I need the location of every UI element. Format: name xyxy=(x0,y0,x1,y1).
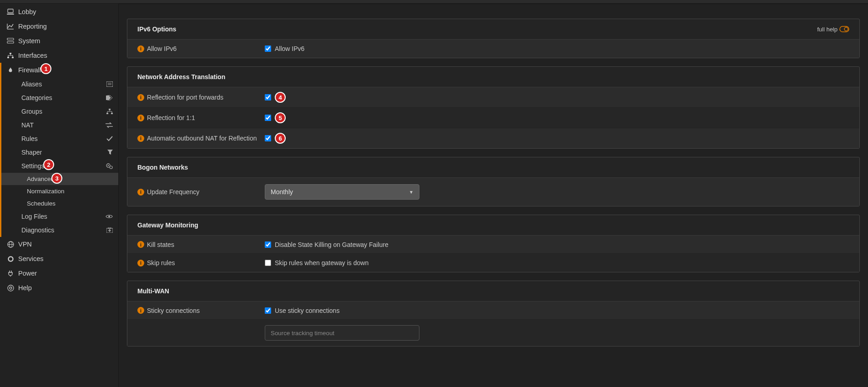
panel-bogon: Bogon Networks i Update Frequency Monthl… xyxy=(127,157,860,206)
sidebar-sub-aliases[interactable]: Aliases xyxy=(0,77,118,91)
checkbox-reflection-portfwd[interactable] xyxy=(265,94,271,101)
row-reflection-portfwd: i Reflection for port forwards 4 xyxy=(127,87,859,108)
sidebar-sub-label: Log Files xyxy=(21,213,47,220)
sidebar-item-services[interactable]: Services xyxy=(0,251,118,266)
row-allow-ipv6: i Allow IPv6 Allow IPv6 xyxy=(127,40,859,58)
panel-gateway: Gateway Monitoring i Kill states Disable… xyxy=(127,215,860,272)
sidebar-subsub-schedules[interactable]: Schedules xyxy=(0,197,118,210)
panel-title: IPv6 Options xyxy=(137,25,177,33)
info-icon[interactable]: i xyxy=(137,94,144,101)
card-icon xyxy=(106,81,113,87)
svg-point-23 xyxy=(10,258,11,260)
info-icon[interactable]: i xyxy=(137,241,144,248)
panel-title: Gateway Monitoring xyxy=(137,221,198,229)
sidebar-item-lobby[interactable]: Lobby xyxy=(0,5,118,19)
panel-title: Bogon Networks xyxy=(137,164,188,171)
sidebar-sub-label: Rules xyxy=(21,135,38,142)
sidebar-sub-label: Settings xyxy=(21,162,45,170)
svg-rect-3 xyxy=(7,41,14,43)
sitemap-icon xyxy=(5,52,15,59)
sidebar-label: VPN xyxy=(18,241,32,248)
panel-header-bogon: Bogon Networks xyxy=(127,157,859,178)
svg-rect-5 xyxy=(7,57,9,58)
input-tracking-timeout[interactable] xyxy=(265,325,419,341)
panel-header-ipv6: IPv6 Options full help xyxy=(127,19,859,40)
svg-point-27 xyxy=(844,27,848,31)
sidebar-item-interfaces[interactable]: Interfaces xyxy=(0,48,118,63)
sidebar-label: Power xyxy=(18,270,37,277)
row-label-text: Reflection for 1:1 xyxy=(147,114,195,121)
fire-icon xyxy=(5,67,15,73)
row-update-frequency: i Update Frequency Monthly ▼ xyxy=(127,178,859,206)
sidebar-label: Lobby xyxy=(18,8,36,15)
svg-point-14 xyxy=(108,165,109,166)
plug-icon xyxy=(5,270,15,276)
info-icon[interactable]: i xyxy=(137,307,144,314)
sidebar-sub-label: NAT xyxy=(21,121,34,129)
sidebar-item-system[interactable]: System xyxy=(0,34,118,48)
sidebar-sub-label: Shaper xyxy=(21,149,42,156)
row-label-text: Reflection for port forwards xyxy=(147,94,223,101)
filter-icon xyxy=(107,150,113,155)
toggle-icon xyxy=(839,26,849,32)
main-content: IPv6 Options full help i Allow IPv6 Allo… xyxy=(118,4,868,387)
sidebar-sub-nat[interactable]: NAT xyxy=(0,118,118,132)
select-update-frequency[interactable]: Monthly ▼ xyxy=(265,184,419,200)
svg-rect-10 xyxy=(109,109,111,110)
checkbox-skip-rules[interactable] xyxy=(265,260,271,266)
row-reflection-11: i Reflection for 1:1 5 xyxy=(127,108,859,128)
svg-rect-4 xyxy=(10,53,11,54)
panel-nat: Network Address Translation i Reflection… xyxy=(127,66,860,149)
sidebar-sub-rules[interactable]: Rules xyxy=(0,132,118,146)
select-value: Monthly xyxy=(271,188,293,196)
sidebar-item-reporting[interactable]: Reporting xyxy=(0,19,118,34)
checkbox-sticky[interactable] xyxy=(265,307,271,314)
sidebar-sub-label: Aliases xyxy=(21,80,42,88)
chart-icon xyxy=(5,23,15,30)
sidebar-item-vpn[interactable]: VPN xyxy=(0,237,118,251)
svg-point-24 xyxy=(8,285,14,291)
eye-icon xyxy=(106,214,113,219)
row-auto-outbound-nat: i Automatic outbound NAT for Reflection … xyxy=(127,128,859,148)
server-icon xyxy=(5,38,15,44)
exchange-icon xyxy=(106,122,113,128)
svg-rect-0 xyxy=(8,9,13,13)
checkbox-reflection-11[interactable] xyxy=(265,115,271,121)
sidebar-sub-diagnostics[interactable]: Diagnostics xyxy=(0,223,118,237)
info-icon[interactable]: i xyxy=(137,189,144,196)
checkbox-label: Skip rules when gateway is down xyxy=(275,259,368,266)
info-icon[interactable]: i xyxy=(137,260,144,266)
annotation-badge-6: 6 xyxy=(275,133,286,144)
gear-icon xyxy=(5,256,15,262)
checkbox-kill-states[interactable] xyxy=(265,241,271,248)
sidebar: Lobby Reporting System Interfaces Firewa… xyxy=(0,4,118,387)
sidebar-sub-settings[interactable]: Settings 2 xyxy=(0,159,118,173)
sidebar-sub-logfiles[interactable]: Log Files xyxy=(0,210,118,223)
sidebar-sub-label: Groups xyxy=(21,108,42,115)
sidebar-sub-categories[interactable]: Categories xyxy=(0,91,118,105)
sidebar-label: Services xyxy=(18,255,44,262)
svg-point-25 xyxy=(10,287,12,289)
sidebar-item-power[interactable]: Power xyxy=(0,266,118,281)
info-icon[interactable]: i xyxy=(137,135,144,142)
annotation-badge-4: 4 xyxy=(275,92,286,103)
info-icon[interactable]: i xyxy=(137,45,144,52)
check-icon xyxy=(106,136,113,141)
full-help-toggle[interactable]: full help xyxy=(817,26,849,33)
svg-rect-12 xyxy=(111,113,113,114)
sidebar-subsub-advanced[interactable]: Advanced 3 xyxy=(0,173,118,185)
sidebar-subsub-label: Normalization xyxy=(27,188,65,195)
row-sticky: i Sticky connections Use sticky connecti… xyxy=(127,302,859,320)
sidebar-sub-shaper[interactable]: Shaper xyxy=(0,146,118,159)
cogs-icon xyxy=(106,163,113,169)
checkbox-allow-ipv6[interactable] xyxy=(265,45,271,52)
sidebar-item-help[interactable]: Help xyxy=(0,281,118,295)
info-icon[interactable]: i xyxy=(137,115,144,121)
checkbox-label: Disable State Killing on Gateway Failure xyxy=(275,241,389,248)
sidebar-subsub-normalization[interactable]: Normalization xyxy=(0,185,118,197)
annotation-badge-1: 1 xyxy=(40,63,51,74)
checkbox-auto-outbound[interactable] xyxy=(265,135,271,141)
sidebar-item-firewall[interactable]: Firewall 1 xyxy=(0,63,118,77)
sidebar-subsub-label: Schedules xyxy=(27,200,56,207)
sidebar-sub-groups[interactable]: Groups xyxy=(0,105,118,118)
